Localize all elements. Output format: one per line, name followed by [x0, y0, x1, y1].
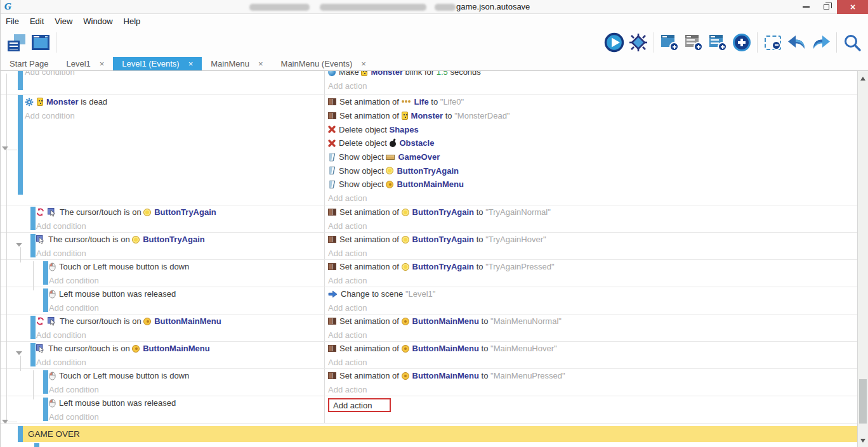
condition-item[interactable]: Touch or Left mouse button is down [49, 369, 324, 383]
expander-icon[interactable] [2, 146, 8, 150]
add-action-button[interactable]: Add action [328, 247, 858, 260]
condition-cell[interactable]: Add condition [1, 71, 324, 94]
condition-item[interactable]: Touch or Left mouse button is down [49, 260, 324, 274]
action-cell[interactable]: Make Monster blink for 1.5 seconds Add a… [324, 71, 858, 94]
add-action-button[interactable]: Add action [328, 301, 858, 314]
action-cell[interactable]: Add action [324, 396, 858, 423]
condition-cell[interactable]: The cursor/touch is on ButtonMainMenu Ad… [1, 314, 324, 341]
add-action-button[interactable]: Add action [328, 356, 858, 369]
add-condition-button[interactable]: Add condition [49, 301, 324, 314]
condition-item[interactable]: The cursor/touch is on ButtonTryAgain [36, 233, 324, 247]
condition-item[interactable]: Left mouse button was released [49, 287, 324, 301]
condition-cell[interactable]: Left mouse button was released Add condi… [1, 396, 324, 423]
add-subevent-icon[interactable] [706, 31, 729, 54]
menu-window[interactable]: Window [83, 16, 119, 26]
action-item[interactable]: Make Monster blink for 1.5 seconds [328, 71, 858, 79]
add-action-button[interactable]: Add action [328, 79, 858, 93]
add-event-icon[interactable] [658, 31, 681, 54]
tab-close-icon[interactable]: × [188, 59, 194, 68]
comment-text[interactable]: GAME OVER [23, 426, 858, 442]
condition-cell[interactable]: The cursor/touch is on ButtonTryAgain Ad… [1, 233, 324, 259]
action-item[interactable]: Change to scene "Level1" [328, 287, 858, 301]
add-condition-button[interactable]: Add condition [36, 356, 324, 369]
comment-row[interactable]: GAME OVER [1, 426, 858, 442]
close-button[interactable]: × [837, 0, 868, 14]
action-cell[interactable]: Set animation of ButtonTryAgain to "TryA… [324, 260, 858, 287]
condition-item[interactable]: Left mouse button was released [49, 396, 324, 410]
scroll-down-icon[interactable] [860, 439, 865, 443]
preview-window-icon[interactable] [29, 31, 52, 54]
add-condition-button[interactable]: Add condition [49, 410, 324, 424]
action-cell[interactable]: Set animation of Life to "Life0" Set ani… [324, 95, 858, 205]
tab-close-icon[interactable]: × [258, 59, 263, 68]
remove-selection-icon[interactable] [761, 31, 784, 54]
event-selection-bar[interactable] [34, 443, 39, 447]
action-item[interactable]: Set animation of Monster to "MonsterDead… [328, 109, 858, 123]
action-item[interactable]: Set animation of ButtonTryAgain to "TryA… [328, 260, 858, 274]
action-item[interactable]: Set animation of ButtonTryAgain to "TryA… [328, 233, 858, 247]
add-circle-icon[interactable] [730, 31, 753, 54]
condition-cell[interactable]: The cursor/touch is on ButtonMainMenu Ad… [1, 342, 324, 368]
add-action-button[interactable]: Add action [328, 219, 858, 233]
add-action-button[interactable]: Add action [328, 191, 858, 205]
action-cell[interactable]: Change to scene "Level1" Add action [324, 287, 858, 314]
expander-icon[interactable] [2, 420, 8, 424]
action-item[interactable]: Delete object Shapes [328, 122, 858, 136]
menu-view[interactable]: View [55, 16, 79, 26]
redo-icon[interactable] [810, 31, 832, 54]
vertical-scrollbar[interactable] [857, 71, 868, 447]
action-item[interactable]: Set animation of ButtonMainMenu to "Main… [328, 342, 858, 356]
project-pages-icon[interactable] [5, 31, 28, 54]
condition-item[interactable]: The cursor/touch is on ButtonMainMenu [36, 314, 324, 328]
action-item[interactable]: Set animation of Life to "Life0" [328, 95, 858, 109]
condition-item[interactable]: The cursor/touch is on ButtonTryAgain [36, 205, 324, 219]
menu-file[interactable]: File [6, 16, 26, 26]
minimize-button[interactable] [796, 0, 815, 14]
add-action-highlighted-button[interactable]: Add action [328, 398, 391, 412]
add-condition-button[interactable]: Add condition [36, 328, 324, 342]
add-action-button[interactable]: Add action [328, 328, 858, 342]
condition-cell[interactable]: Touch or Left mouse button is down Add c… [1, 369, 324, 396]
tab-mainmenu[interactable]: MainMenu × [202, 57, 272, 70]
tab-level1[interactable]: Level1 × [57, 57, 113, 70]
condition-cell[interactable]: Left mouse button was released Add condi… [1, 287, 324, 314]
action-cell[interactable]: Set animation of ButtonMainMenu to "Main… [324, 314, 858, 341]
action-item[interactable]: Set animation of ButtonMainMenu to "Main… [328, 314, 858, 328]
condition-cell[interactable]: Touch or Left mouse button is down Add c… [1, 260, 324, 287]
condition-cell[interactable]: Monster is dead Add condition [1, 95, 324, 205]
debug-icon[interactable] [627, 31, 650, 54]
add-action-button[interactable]: Add action [328, 274, 858, 287]
undo-icon[interactable] [786, 31, 808, 54]
scroll-up-icon[interactable] [860, 77, 865, 81]
add-condition-button[interactable]: Add condition [25, 71, 324, 79]
add-comment-icon[interactable] [682, 31, 705, 54]
action-cell[interactable]: Set animation of ButtonMainMenu to "Main… [324, 369, 858, 396]
tab-close-icon[interactable]: × [361, 59, 366, 68]
tab-mainmenu-events[interactable]: MainMenu (Events) × [272, 57, 375, 70]
event-selection-bar[interactable] [18, 426, 23, 442]
action-item[interactable]: Show object ButtonMainMenu [328, 178, 858, 191]
add-condition-button[interactable]: Add condition [25, 109, 324, 123]
add-condition-button[interactable]: Add condition [36, 219, 324, 233]
action-cell[interactable]: Set animation of ButtonTryAgain to "TryA… [324, 205, 858, 232]
condition-item[interactable]: Monster is dead [25, 95, 324, 109]
menu-help[interactable]: Help [124, 16, 148, 26]
add-condition-button[interactable]: Add condition [49, 383, 324, 396]
search-icon[interactable] [841, 31, 864, 54]
action-item[interactable]: Set animation of ButtonMainMenu to "Main… [328, 369, 858, 383]
action-item[interactable]: Show object ButtonTryAgain [328, 164, 858, 178]
restore-button[interactable] [817, 0, 836, 14]
action-cell[interactable]: Set animation of ButtonMainMenu to "Main… [324, 342, 858, 368]
add-action-button[interactable]: Add action [328, 383, 858, 396]
action-item[interactable]: Show object GameOver [328, 150, 858, 164]
tab-level1-events[interactable]: Level1 (Events) × [113, 57, 202, 70]
action-item[interactable]: Delete object Obstacle [328, 136, 858, 150]
condition-cell[interactable]: The cursor/touch is on ButtonTryAgain Ad… [1, 205, 324, 232]
add-condition-button[interactable]: Add condition [36, 247, 324, 260]
add-condition-button[interactable]: Add condition [49, 274, 324, 287]
expander-icon[interactable] [16, 243, 22, 247]
scrollbar-thumb[interactable] [859, 379, 867, 424]
action-item[interactable]: Set animation of ButtonTryAgain to "TryA… [328, 205, 858, 219]
action-cell[interactable]: Set animation of ButtonTryAgain to "TryA… [324, 233, 858, 259]
menu-edit[interactable]: Edit [30, 16, 51, 26]
